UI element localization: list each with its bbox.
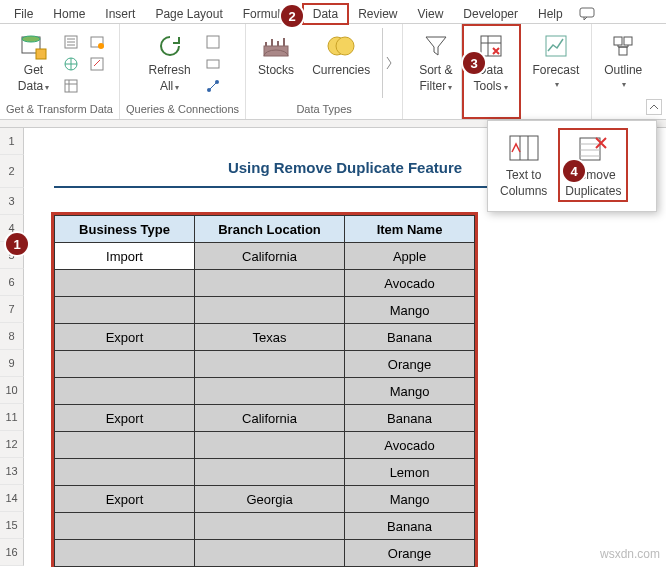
cell[interactable]: Avocado xyxy=(345,270,475,297)
forecast-button[interactable]: Forecast ▾ xyxy=(527,28,586,91)
get-data-l1: Get xyxy=(24,64,43,78)
tab-help[interactable]: Help xyxy=(528,4,573,24)
tab-view[interactable]: View xyxy=(408,4,454,24)
col-header-branch[interactable]: Branch Location xyxy=(195,216,345,243)
cell[interactable]: Mango xyxy=(345,486,475,513)
cell[interactable]: Avocado xyxy=(345,432,475,459)
existing-connections-icon[interactable] xyxy=(87,54,107,74)
ttc-l2: Columns xyxy=(500,185,547,199)
group-data-types: Stocks Currencies Data Types xyxy=(246,24,403,119)
from-table-icon[interactable] xyxy=(61,76,81,96)
cell[interactable]: Lemon xyxy=(345,459,475,486)
cell[interactable]: Texas xyxy=(195,324,345,351)
svg-rect-9 xyxy=(91,58,103,70)
cell[interactable]: Banana xyxy=(345,405,475,432)
cell[interactable] xyxy=(55,297,195,324)
row-header[interactable]: 14 xyxy=(0,485,24,512)
tab-review[interactable]: Review xyxy=(348,4,407,24)
stocks-button[interactable]: Stocks xyxy=(252,28,300,80)
svg-point-12 xyxy=(207,88,211,92)
cell[interactable] xyxy=(195,297,345,324)
cell[interactable] xyxy=(55,432,195,459)
col-header-item[interactable]: Item Name xyxy=(345,216,475,243)
from-text-csv-icon[interactable] xyxy=(61,32,81,52)
row-header[interactable]: 9 xyxy=(0,350,24,377)
cell[interactable]: Orange xyxy=(345,540,475,567)
cell[interactable]: Banana xyxy=(345,324,475,351)
tab-file[interactable]: File xyxy=(4,4,43,24)
table-row: Avocado xyxy=(55,432,475,459)
cell[interactable]: Export xyxy=(55,405,195,432)
row-header[interactable]: 1 xyxy=(0,128,24,155)
currencies-button[interactable]: Currencies xyxy=(306,28,376,80)
cell[interactable] xyxy=(195,378,345,405)
row-header[interactable]: 15 xyxy=(0,512,24,539)
group-label-datatypes: Data Types xyxy=(296,102,351,117)
currencies-icon xyxy=(325,30,357,62)
worksheet: 1 2 3 4 5 6 7 8 9 10 11 12 13 14 15 16 U… xyxy=(0,120,666,567)
cell[interactable] xyxy=(55,351,195,378)
refresh-all-button[interactable]: Refresh All▾ xyxy=(143,28,197,96)
row-header[interactable]: 10 xyxy=(0,377,24,404)
dt-l2: Tools▾ xyxy=(474,80,508,94)
col-header-business[interactable]: Business Type xyxy=(55,216,195,243)
tab-comments-icon[interactable] xyxy=(573,4,601,24)
text-to-columns-button[interactable]: Text to Columns xyxy=(494,129,553,201)
table-row: Lemon xyxy=(55,459,475,486)
data-table: Business Type Branch Location Item Name … xyxy=(54,215,475,567)
svg-point-16 xyxy=(336,37,354,55)
get-data-button[interactable]: Get Data▾ xyxy=(11,28,55,96)
cell[interactable] xyxy=(195,270,345,297)
cell[interactable] xyxy=(195,432,345,459)
edit-links-icon[interactable] xyxy=(203,76,223,96)
properties-icon[interactable] xyxy=(203,54,223,74)
cell[interactable]: California xyxy=(195,243,345,270)
row-header[interactable]: 6 xyxy=(0,269,24,296)
row-header[interactable]: 16 xyxy=(0,539,24,566)
cell[interactable] xyxy=(195,513,345,540)
callout-badge-2: 2 xyxy=(281,5,303,27)
cell[interactable]: Georgia xyxy=(195,486,345,513)
group-forecast: Forecast ▾ xyxy=(521,24,593,119)
cell[interactable]: California xyxy=(195,405,345,432)
cell[interactable] xyxy=(195,351,345,378)
tab-insert[interactable]: Insert xyxy=(95,4,145,24)
cell[interactable] xyxy=(55,378,195,405)
tab-page-layout[interactable]: Page Layout xyxy=(145,4,232,24)
queries-icon[interactable] xyxy=(203,32,223,52)
cell[interactable]: Mango xyxy=(345,378,475,405)
get-data-l2: Data▾ xyxy=(18,80,49,94)
cell[interactable] xyxy=(55,540,195,567)
row-header[interactable]: 8 xyxy=(0,323,24,350)
tab-developer[interactable]: Developer xyxy=(453,4,528,24)
from-web-icon[interactable] xyxy=(61,54,81,74)
row-header[interactable]: 2 xyxy=(0,155,24,188)
svg-point-2 xyxy=(22,36,40,42)
row-header[interactable]: 12 xyxy=(0,431,24,458)
sort-filter-button[interactable]: Sort & Filter▾ xyxy=(413,28,458,96)
data-types-more[interactable] xyxy=(382,28,396,98)
cell[interactable]: Banana xyxy=(345,513,475,540)
tab-home[interactable]: Home xyxy=(43,4,95,24)
cell[interactable] xyxy=(55,513,195,540)
svg-rect-19 xyxy=(614,37,622,45)
row-header[interactable]: 13 xyxy=(0,458,24,485)
cell[interactable]: Export xyxy=(55,324,195,351)
tab-data[interactable]: Data xyxy=(303,4,348,24)
outline-button[interactable]: Outline ▾ xyxy=(598,28,648,91)
forecast-label: Forecast xyxy=(533,64,580,78)
cell[interactable]: Orange xyxy=(345,351,475,378)
cell[interactable]: Mango xyxy=(345,297,475,324)
ribbon-collapse-icon[interactable] xyxy=(646,99,662,115)
cell[interactable]: Import xyxy=(55,243,195,270)
row-header[interactable]: 3 xyxy=(0,188,24,215)
cell[interactable] xyxy=(195,459,345,486)
cell[interactable] xyxy=(55,459,195,486)
cell[interactable] xyxy=(55,270,195,297)
recent-sources-icon[interactable] xyxy=(87,32,107,52)
cell[interactable]: Export xyxy=(55,486,195,513)
row-header[interactable]: 11 xyxy=(0,404,24,431)
cell[interactable] xyxy=(195,540,345,567)
cell[interactable]: Apple xyxy=(345,243,475,270)
row-header[interactable]: 7 xyxy=(0,296,24,323)
